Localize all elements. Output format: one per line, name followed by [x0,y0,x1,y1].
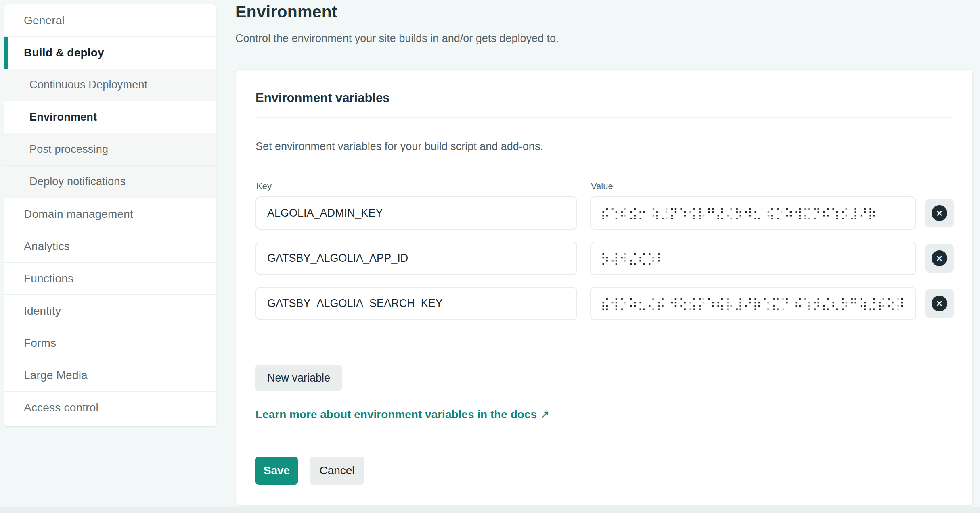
value-input[interactable]: ⡳⢼⠺⣌⢎⡱⠇ [590,242,916,275]
value-column-label: Value [591,181,613,192]
active-indicator-bar [4,37,8,69]
sidebar-item-continuous-deployment[interactable]: Continuous Deployment [4,69,216,101]
x-circle-icon: ✕ [932,205,947,221]
key-input[interactable] [255,196,577,230]
key-column-label: Key [256,181,272,192]
delete-variable-button[interactable]: ✕ [925,199,954,227]
sidebar-item-post-processing[interactable]: Post processing [4,133,216,166]
sidebar-item-general[interactable]: General [4,4,216,37]
value-input[interactable]: ⡮⢑⠮⣪⡒ ⢵⣘⡝⠱⢪⡧⠛⣜⢌⡳⠺⣂ ⢮⡑⠵⢺⣍⡙⠮⢱⡪⣸⠜⡷ [590,196,916,230]
key-input[interactable] [255,287,577,320]
sidebar-item-large-media[interactable]: Large Media [4,359,216,392]
x-circle-icon: ✕ [932,250,947,266]
key-input[interactable] [255,242,577,275]
masked-value-text: ⡮⢑⠮⣪⡒ ⢵⣘⡝⠱⢪⡧⠛⣜⢌⡳⠺⣂ ⢮⡑⠵⢺⣍⡙⠮⢱⡪⣸⠜⡷ [601,207,877,219]
delete-variable-button[interactable]: ✕ [925,244,954,273]
value-input[interactable]: ⣮⢺⡑⠵⣂⢌⡮ ⠺⢕⣪⡝⠱⢮⡧⣸⠜⡷⢑⣍⡙ ⠮⢱⡺⣌⢆⡳⠛⢵⣘⡮⢕⡽ [590,287,916,320]
divider [255,117,953,118]
sidebar-item-domain-management[interactable]: Domain management [4,198,216,230]
sidebar-item-access-control[interactable]: Access control [4,392,216,424]
masked-value-text: ⣮⢺⡑⠵⣂⢌⡮ ⠺⢕⣪⡝⠱⢮⡧⣸⠜⡷⢑⣍⡙ ⠮⢱⡺⣌⢆⡳⠛⢵⣘⡮⢕⡽ [601,298,905,310]
new-variable-button[interactable]: New variable [255,365,342,391]
page-title: Environment [235,2,337,21]
env-var-row: ⣮⢺⡑⠵⣂⢌⡮ ⠺⢕⣪⡝⠱⢮⡧⣸⠜⡷⢑⣍⡙ ⠮⢱⡺⣌⢆⡳⠛⢵⣘⡮⢕⡽ ✕ [236,287,972,320]
page-bottom-strip [0,507,980,513]
env-var-row: ⡮⢑⠮⣪⡒ ⢵⣘⡝⠱⢪⡧⠛⣜⢌⡳⠺⣂ ⢮⡑⠵⢺⣍⡙⠮⢱⡪⣸⠜⡷ ✕ [236,196,972,230]
env-var-row: ⡳⢼⠺⣌⢎⡱⠇ ✕ [236,242,972,275]
docs-link[interactable]: Learn more about environment variables i… [255,408,550,421]
sidebar-item-environment[interactable]: Environment [4,101,216,133]
external-link-arrow-icon: ↗ [540,408,549,421]
sidebar-item-analytics[interactable]: Analytics [4,230,216,263]
sidebar-item-build-deploy[interactable]: Build & deploy [4,37,216,69]
card-description: Set environment variables for your build… [255,140,543,153]
delete-variable-button[interactable]: ✕ [925,289,954,318]
sidebar-item-functions[interactable]: Functions [4,263,216,295]
environment-settings-page: General Build & deploy Continuous Deploy… [0,0,980,513]
page-subtitle: Control the environment your site builds… [235,32,559,45]
settings-sidebar: General Build & deploy Continuous Deploy… [4,4,216,427]
masked-value-text: ⡳⢼⠺⣌⢎⡱⠇ [601,252,666,265]
sidebar-item-identity[interactable]: Identity [4,295,216,327]
environment-variables-card: Environment variables Set environment va… [236,70,972,505]
save-button[interactable]: Save [255,457,298,485]
docs-link-label: Learn more about environment variables i… [255,408,537,421]
card-heading: Environment variables [255,91,390,105]
sidebar-item-forms[interactable]: Forms [4,327,216,359]
sidebar-item-deploy-notifications[interactable]: Deploy notifications [4,166,216,198]
x-circle-icon: ✕ [932,296,947,311]
cancel-button[interactable]: Cancel [310,457,364,485]
